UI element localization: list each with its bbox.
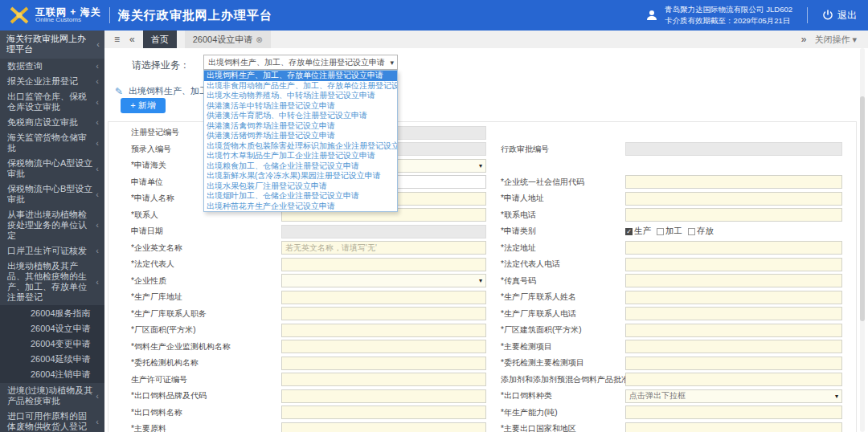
text-field[interactable] — [625, 192, 842, 206]
checkbox-icon — [688, 228, 695, 235]
text-field[interactable] — [281, 389, 486, 403]
sidebar-submenu: 26004服务指南26004设立申请26004变更申请26004延续申请2600… — [0, 305, 104, 383]
add-new-button[interactable]: + 新增 — [121, 98, 166, 113]
field-label: *厂区面积(平方米) — [131, 324, 281, 336]
checkbox-unchecked[interactable]: 加工 — [657, 226, 682, 237]
text-field[interactable] — [625, 175, 842, 189]
sidebar-title: 海关行政审批网上办理平台 — [6, 34, 94, 55]
sidebar-item[interactable]: 进口可用作原料的固体废物供收货人登记‹ — [0, 409, 104, 432]
sidebar-item[interactable]: 出口监管仓库、保税仓库设立审批‹ — [0, 89, 104, 115]
chevron-left-icon: ‹ — [96, 417, 99, 427]
sidebar-subitem[interactable]: 26004变更申请 — [0, 336, 104, 352]
close-tab-icon[interactable]: ⊗ — [256, 35, 262, 44]
sidebar-item[interactable]: 进境(过境)动植物及其产品检疫审批‹ — [0, 383, 104, 409]
dropdown-option[interactable]: 供港澳活猪饲养场注册登记设立申请 — [204, 131, 397, 141]
select-field[interactable]: 点击弹出下拉框▾ — [625, 389, 842, 403]
field-label: *饲料生产企业监测机构名称 — [131, 341, 281, 353]
text-field[interactable] — [281, 258, 486, 271]
form-row: *生产厂库地址*生产厂库联系人姓名 — [108, 289, 856, 306]
text-field[interactable]: 若无英文名称，请填写'无' — [281, 241, 486, 255]
sidebar-item-label: 保税物流中心A型设立审批 — [7, 158, 93, 179]
field-label: *生产厂库联系人职务 — [131, 308, 281, 320]
text-field[interactable] — [625, 307, 842, 320]
sidebar-subitem[interactable]: 26004注销申请 — [0, 367, 104, 382]
text-field[interactable] — [625, 324, 842, 337]
form-row: *委托检测机构名称*委托检测主要检测项目 — [108, 355, 856, 372]
text-field[interactable] — [625, 208, 842, 222]
dropdown-option[interactable]: 出境新鲜水果(含冷冻水果)果园注册登记设立申请 — [204, 171, 397, 181]
text-field[interactable] — [281, 307, 486, 320]
sidebar: 海关行政审批网上办理平台 ‹ 数据查询‹报关企业注册登记‹出口监管仓库、保税仓库… — [0, 31, 104, 432]
dropdown-option[interactable]: 出境烟叶加工、仓储企业注册登记设立申请 — [204, 191, 397, 202]
field-label: *传真号码 — [486, 275, 625, 287]
text-field[interactable] — [625, 357, 842, 370]
close-operations-button[interactable]: 关闭操作 ▾ — [814, 34, 857, 46]
text-field[interactable] — [281, 422, 486, 432]
dropdown-option[interactable]: 出境种苗花卉生产企业登记设立申请 — [204, 202, 397, 212]
checkbox-checked[interactable]: ✓生产 — [625, 226, 651, 237]
text-field[interactable] — [625, 340, 842, 353]
text-field[interactable] — [281, 324, 486, 337]
sidebar-item-label: 保税物流中心B型设立审批 — [7, 184, 93, 205]
dropdown-option[interactable]: 出境水生动物养殖场、中转场注册登记设立申请 — [204, 91, 397, 101]
tab-26004-application[interactable]: 26004设立申请 ⊗ — [185, 31, 271, 48]
dropdown-option[interactable]: 出境非食用动物产品生产、加工、存放单位注册登记设立申请 — [204, 81, 397, 92]
text-field[interactable] — [625, 406, 842, 419]
header-divider — [807, 7, 808, 23]
dropdown-option[interactable]: 供港澳活羊中转场注册登记设立申请 — [204, 101, 397, 112]
text-field[interactable] — [281, 340, 486, 353]
sidebar-item[interactable]: 出境动植物及其产品、其他检疫物的生产、加工、存放单位注册登记‹ — [0, 259, 104, 305]
text-field[interactable] — [625, 274, 842, 287]
expand-tabs-right-icon[interactable]: » — [801, 34, 807, 45]
field-label: 行政审批编号 — [486, 144, 625, 155]
logout-button[interactable]: 退出 — [822, 9, 857, 22]
sidebar-item[interactable]: 从事进出境动植物检疫处理业务的单位认定‹ — [0, 207, 104, 243]
sidebar-item[interactable]: 免税商店设立审批‹ — [0, 115, 104, 130]
text-field — [625, 142, 842, 156]
sidebar-subitem[interactable]: 26004设立申请 — [0, 321, 104, 336]
text-field[interactable] — [281, 291, 486, 304]
logo-text: 互联网 + 海关 Online Customs — [35, 7, 101, 24]
dropdown-option[interactable]: 供港澳活禽饲养场注册登记设立申请 — [204, 121, 397, 132]
dropdown-option[interactable]: 出境竹木草制品生产加工企业注册登记设立申请 — [204, 151, 397, 161]
text-field[interactable] — [625, 291, 842, 304]
text-field[interactable] — [281, 373, 486, 386]
apply-category-checkboxes: ✓生产加工存放 — [625, 226, 842, 237]
sidebar-item[interactable]: 数据查询‹ — [0, 59, 104, 74]
sidebar-item[interactable]: 保税物流中心B型设立审批‹ — [0, 181, 104, 207]
field-label: *联系电话 — [486, 210, 625, 221]
form-row: *生产厂库联系人职务*生产厂库联系人电话 — [108, 306, 856, 323]
vertical-scrollbar[interactable] — [860, 48, 865, 432]
dropdown-option[interactable]: 出境货物木质包装除害处理标识加施企业注册登记设立申请 — [204, 141, 397, 152]
scrollbar-thumb[interactable] — [860, 96, 865, 321]
sidebar-item[interactable]: 口岸卫生许可证核发‹ — [0, 243, 104, 259]
tab-home[interactable]: 首页 — [143, 31, 177, 48]
sidebar-item[interactable]: 保税物流中心A型设立审批‹ — [0, 156, 104, 181]
text-field[interactable] — [625, 373, 842, 386]
dropdown-option[interactable]: 出境水果包装厂注册登记设立申请 — [204, 181, 397, 192]
dropdown-option[interactable]: 出境饲料生产、加工、存放单位注册登记设立申请 — [204, 71, 397, 81]
dropdown-option[interactable]: 供港澳活牛育肥场、中转仓注册登记设立申请 — [204, 111, 397, 121]
checkbox-label: 加工 — [665, 226, 682, 237]
sidebar-item[interactable]: 报关企业注册登记‹ — [0, 74, 104, 89]
text-field[interactable] — [625, 258, 842, 271]
dropdown-option[interactable]: 出境粮食加工、仓储企业注册登记设立申请 — [204, 161, 397, 172]
text-field[interactable] — [625, 241, 842, 255]
text-field[interactable] — [625, 422, 842, 432]
sidebar-item[interactable]: 海关监管货物仓储审批‹ — [0, 130, 104, 156]
form-row: *饲料生产企业监测机构名称*主要检测项目 — [108, 339, 856, 356]
customs-emblem-icon — [8, 5, 31, 26]
text-field[interactable] — [281, 406, 486, 419]
select-field[interactable]: ▾ — [281, 274, 486, 287]
text-field[interactable] — [281, 357, 486, 370]
form-row: 申请日期*申请类别✓生产加工存放 — [108, 223, 856, 240]
checkbox-unchecked[interactable]: 存放 — [688, 226, 714, 237]
business-select[interactable]: 出境饲料生产、加工、存放单位注册登记设立申请 ▾ — [203, 55, 398, 70]
sidebar-item-label: 出境动植物及其产品、其他检疫物的生产、加工、存放单位注册登记 — [7, 261, 93, 303]
hamburger-icon[interactable]: ≡ — [114, 34, 120, 45]
sidebar-subitem[interactable]: 26004服务指南 — [0, 306, 104, 321]
collapse-tabs-left-icon[interactable]: « — [129, 34, 135, 45]
sidebar-header[interactable]: 海关行政审批网上办理平台 ‹ — [0, 31, 104, 59]
collapse-sidebar-icon[interactable]: ‹ — [96, 39, 100, 50]
sidebar-subitem[interactable]: 26004延续申请 — [0, 352, 104, 367]
